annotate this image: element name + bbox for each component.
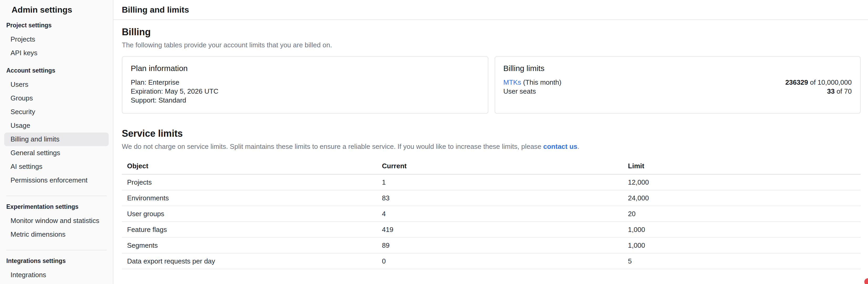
cell-current: 4 — [377, 206, 623, 222]
billing-limits-title: Billing limits — [503, 64, 852, 73]
mtks-value: 236329 of 10,000,000 — [785, 78, 852, 87]
table-row: Feature flags 419 1,000 — [122, 222, 861, 237]
sidebar-section-experimentation-settings: Experimentation settings — [0, 203, 113, 210]
billing-section-title: Billing — [122, 27, 861, 38]
cell-current: 0 — [377, 253, 623, 269]
cell-object: Environments — [122, 190, 377, 206]
sidebar-section-project-settings: Project settings — [0, 22, 113, 28]
sidebar-section-integrations-settings: Integrations settings — [0, 258, 113, 264]
cell-limit: 12,000 — [623, 174, 861, 190]
sidebar-item-security[interactable]: Security — [4, 105, 109, 119]
plan-information-title: Plan information — [131, 64, 479, 73]
user-seats-total: of 70 — [836, 87, 852, 95]
sidebar-item-billing-and-limits[interactable]: Billing and limits — [4, 133, 109, 146]
cell-object: Projects — [122, 174, 377, 190]
expiration-line: Expiration: May 5, 2026 UTC — [131, 87, 479, 96]
cell-object: Data export requests per day — [122, 253, 377, 269]
mtks-label-suffix: (This month) — [523, 78, 561, 86]
cell-object: Feature flags — [122, 222, 377, 237]
cell-object: Segments — [122, 237, 377, 253]
user-seats-label: User seats — [503, 87, 536, 96]
sidebar-item-projects[interactable]: Projects — [4, 33, 109, 46]
cell-limit: 5 — [623, 253, 861, 269]
sidebar-item-monitor-window-and-statistics[interactable]: Monitor window and statistics — [4, 214, 109, 228]
service-limits-table: Object Current Limit Projects 1 12,000 E… — [122, 158, 861, 269]
support-line: Support: Standard — [131, 96, 479, 105]
admin-settings-page: Admin settings Project settings Projects… — [0, 0, 868, 284]
cell-current: 1 — [377, 174, 623, 190]
service-limits-subtitle: We do not charge on service limits. Spli… — [122, 143, 861, 150]
service-limits-subtitle-period: . — [577, 143, 579, 150]
mtks-limit-row: MTKs (This month) 236329 of 10,000,000 — [503, 78, 852, 87]
sidebar-item-usage[interactable]: Usage — [4, 119, 109, 133]
billing-limits-card: Billing limits MTKs (This month) 236329 … — [494, 56, 861, 114]
table-row: User groups 4 20 — [122, 206, 861, 222]
plan-information-card: Plan information Plan: Enterprise Expira… — [122, 56, 488, 114]
billing-cards-row: Plan information Plan: Enterprise Expira… — [122, 56, 861, 114]
cell-object: User groups — [122, 206, 377, 222]
sidebar-item-groups[interactable]: Groups — [4, 91, 109, 105]
table-row: Projects 1 12,000 — [122, 174, 861, 190]
user-seats-limit-row: User seats 33 of 70 — [503, 87, 852, 96]
service-limits-subtitle-text: We do not charge on service limits. Spli… — [122, 143, 543, 150]
service-limits-section: Service limits We do not charge on servi… — [122, 128, 861, 269]
mtks-current: 236329 — [785, 78, 808, 86]
cell-limit: 1,000 — [623, 237, 861, 253]
service-limits-title: Service limits — [122, 128, 861, 139]
contact-us-link[interactable]: contact us — [543, 143, 577, 150]
sidebar-item-general-settings[interactable]: General settings — [4, 146, 109, 160]
sidebar-item-ai-settings[interactable]: AI settings — [4, 160, 109, 174]
page-header: Billing and limits — [114, 0, 868, 20]
table-row: Segments 89 1,000 — [122, 237, 861, 253]
table-row: Data export requests per day 0 5 — [122, 253, 861, 269]
sidebar-item-permissions-enforcement[interactable]: Permissions enforcement — [4, 174, 109, 187]
cell-limit: 1,000 — [623, 222, 861, 237]
cell-limit: 24,000 — [623, 190, 861, 206]
user-seats-value: 33 of 70 — [827, 87, 852, 96]
cell-current: 83 — [377, 190, 623, 206]
column-header-object: Object — [122, 158, 377, 174]
main-content: Billing and limits Billing The following… — [114, 0, 868, 284]
sidebar-divider — [6, 196, 106, 196]
mtks-link[interactable]: MTKs — [503, 78, 521, 86]
billing-section-subtitle: The following tables provide your accoun… — [122, 41, 861, 49]
mtks-label: MTKs (This month) — [503, 78, 561, 87]
column-header-limit: Limit — [623, 158, 861, 174]
sidebar-section-account-settings: Account settings — [0, 67, 113, 74]
table-row: Environments 83 24,000 — [122, 190, 861, 206]
sidebar-divider — [6, 250, 106, 250]
page-title: Billing and limits — [122, 5, 189, 15]
admin-settings-sidebar: Admin settings Project settings Projects… — [0, 0, 114, 284]
sidebar-item-api-keys[interactable]: API keys — [4, 46, 109, 60]
sidebar-item-integrations[interactable]: Integrations — [4, 268, 109, 282]
sidebar-title: Admin settings — [0, 5, 113, 15]
sidebar-item-users[interactable]: Users — [4, 78, 109, 91]
plan-line: Plan: Enterprise — [131, 78, 479, 87]
table-header-row: Object Current Limit — [122, 158, 861, 174]
mtks-total: of 10,000,000 — [810, 78, 852, 86]
billing-content: Billing The following tables provide you… — [114, 20, 868, 269]
user-seats-current: 33 — [827, 87, 835, 95]
cell-current: 89 — [377, 237, 623, 253]
cell-limit: 20 — [623, 206, 861, 222]
column-header-current: Current — [377, 158, 623, 174]
sidebar-item-metric-dimensions[interactable]: Metric dimensions — [4, 228, 109, 242]
cell-current: 419 — [377, 222, 623, 237]
